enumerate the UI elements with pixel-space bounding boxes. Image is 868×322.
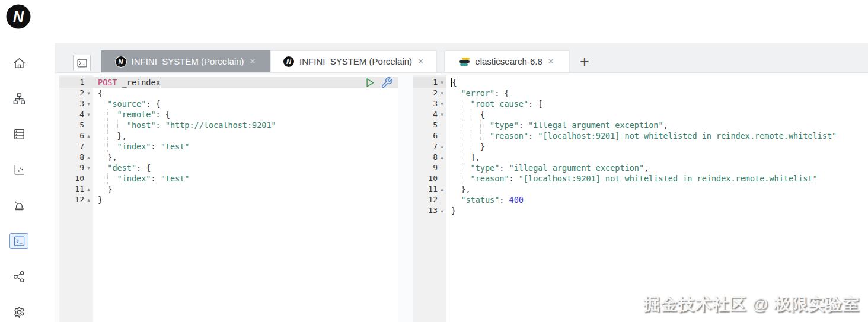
- code-row: 10"reason": "[localhost:9201] not whitel…: [413, 173, 868, 184]
- code-token: }: [98, 195, 103, 205]
- code-token: "host": [127, 120, 156, 130]
- fold-open-icon[interactable]: ▾: [438, 88, 446, 98]
- sidebar-item-dev-tools[interactable]: [0, 223, 38, 259]
- tab-elasticsearch-68[interactable]: elasticsearch-6.8 ✕: [444, 50, 570, 72]
- tab-infini-system-2[interactable]: N INFINI_SYSTEM (Porcelain) ✕: [270, 50, 437, 72]
- fold-open-icon[interactable]: ▾: [438, 98, 446, 109]
- fold-spacer: [438, 195, 446, 205]
- code-line[interactable]: "dest": {: [93, 162, 398, 173]
- fold-open-icon[interactable]: ▾: [84, 98, 93, 109]
- code-line[interactable]: },: [446, 184, 868, 195]
- code-line[interactable]: },: [93, 152, 398, 162]
- fold-close-icon[interactable]: ▴: [84, 184, 93, 195]
- line-number: 9: [413, 162, 438, 173]
- indent-guide: [471, 120, 480, 130]
- code-line[interactable]: {: [93, 88, 398, 98]
- sidebar-item-share[interactable]: [0, 259, 38, 294]
- code-token: }: [451, 206, 456, 215]
- fold-open-icon[interactable]: ▾: [438, 77, 446, 88]
- code-token: :: [156, 120, 165, 130]
- gutter-cell: 4▾: [413, 109, 446, 120]
- code-row: 2▾"error": {: [413, 88, 868, 98]
- code-row: 8▴},: [59, 152, 398, 162]
- line-number: 9: [59, 162, 84, 173]
- indent: [451, 88, 461, 98]
- sidebar-item-home[interactable]: [0, 45, 38, 81]
- sidebar-item-settings[interactable]: [0, 294, 38, 322]
- fold-open-icon[interactable]: ▾: [438, 109, 446, 120]
- code-line[interactable]: "host": "http://localhost:9201": [93, 120, 398, 130]
- close-icon[interactable]: ✕: [417, 57, 424, 66]
- close-icon[interactable]: ✕: [548, 57, 554, 66]
- code-line[interactable]: }: [446, 205, 868, 216]
- infini-tab-icon: N: [283, 56, 294, 67]
- tools-wrench-button[interactable]: [381, 76, 393, 89]
- indent-guide: [461, 173, 470, 184]
- request-code: 1POST _reindex2▾{3▾"source": {4▾"remote"…: [59, 77, 398, 205]
- indent: [451, 152, 461, 162]
- code-line[interactable]: POST _reindex: [93, 77, 398, 88]
- line-number: 10: [59, 173, 84, 184]
- app-window: N: [0, 0, 868, 322]
- sidebar-item-topology[interactable]: [0, 81, 38, 116]
- code-line[interactable]: "type": "illegal_argument_exception",: [446, 120, 868, 130]
- code-line[interactable]: {: [446, 109, 868, 120]
- wrench-icon: [381, 76, 393, 89]
- line-number: 2: [59, 88, 84, 98]
- fold-open-icon[interactable]: ▾: [84, 109, 93, 120]
- code-token: "illegal_argument_exception": [528, 120, 663, 130]
- code-token: :: [528, 131, 538, 141]
- code-line[interactable]: "error": {: [446, 88, 868, 98]
- code-line[interactable]: "root_cause": [: [446, 98, 868, 109]
- sidebar-item-alerting[interactable]: [0, 187, 38, 223]
- new-tab-button[interactable]: +: [575, 52, 594, 71]
- terminal-icon-button[interactable]: [73, 55, 91, 71]
- code-line[interactable]: "reason": "[localhost:9201] not whitelis…: [446, 173, 868, 184]
- code-token: :: [499, 163, 509, 173]
- code-token: {: [452, 78, 457, 87]
- indent: [98, 109, 107, 120]
- tab-infini-system-1[interactable]: N INFINI_SYSTEM (Porcelain) ✕: [101, 50, 270, 72]
- gutter-cell: 3▾: [413, 98, 446, 109]
- fold-close-icon[interactable]: ▴: [438, 152, 446, 162]
- code-line[interactable]: "remote": {: [93, 109, 398, 120]
- indent: [98, 98, 107, 109]
- fold-close-icon[interactable]: ▴: [438, 141, 446, 152]
- code-line[interactable]: ],: [446, 152, 868, 162]
- code-token: 400: [509, 195, 524, 205]
- code-token: "reason": [471, 174, 509, 183]
- run-request-button[interactable]: [363, 76, 376, 89]
- close-icon[interactable]: ✕: [250, 57, 256, 66]
- code-row: 12▴}: [59, 195, 398, 205]
- line-number: 8: [59, 152, 84, 162]
- code-line[interactable]: }: [93, 184, 398, 195]
- request-editor[interactable]: 1POST _reindex2▾{3▾"source": {4▾"remote"…: [59, 75, 398, 322]
- gutter-cell: 1: [59, 77, 93, 88]
- fold-close-icon[interactable]: ▴: [84, 130, 93, 141]
- indent-guide: [471, 130, 480, 141]
- fold-open-icon[interactable]: ▾: [84, 162, 93, 173]
- code-line[interactable]: "index": "test": [93, 173, 398, 184]
- code-line[interactable]: }: [93, 195, 398, 205]
- gutter-cell: 11▴: [413, 184, 446, 195]
- code-line[interactable]: }: [446, 141, 868, 152]
- code-line[interactable]: },: [93, 130, 398, 141]
- code-line[interactable]: "reason": "[localhost:9201] not whitelis…: [446, 130, 868, 141]
- code-line[interactable]: "type": "illegal_argument_exception",: [446, 162, 868, 173]
- sidebar-item-monitoring[interactable]: [0, 152, 38, 187]
- code-row: 13▴}: [413, 205, 868, 216]
- code-line[interactable]: {: [446, 77, 868, 88]
- fold-open-icon[interactable]: ▾: [84, 88, 93, 98]
- response-editor[interactable]: 1▾{2▾"error": {3▾"root_cause": [4▾{5"typ…: [413, 75, 868, 322]
- code-line[interactable]: "index": "test": [93, 141, 398, 152]
- code-line[interactable]: "status": 400: [446, 195, 868, 205]
- code-line[interactable]: "source": {: [93, 98, 398, 109]
- sidebar-item-data[interactable]: [0, 116, 38, 152]
- tab-bar: N INFINI_SYSTEM (Porcelain) ✕ N INFINI_S…: [55, 43, 868, 73]
- fold-close-icon[interactable]: ▴: [438, 205, 446, 216]
- fold-close-icon[interactable]: ▴: [438, 184, 446, 195]
- fold-close-icon[interactable]: ▴: [84, 195, 93, 205]
- fold-close-icon[interactable]: ▴: [84, 152, 93, 162]
- code-token: : {: [136, 163, 151, 173]
- code-token: "illegal_argument_exception": [509, 163, 644, 173]
